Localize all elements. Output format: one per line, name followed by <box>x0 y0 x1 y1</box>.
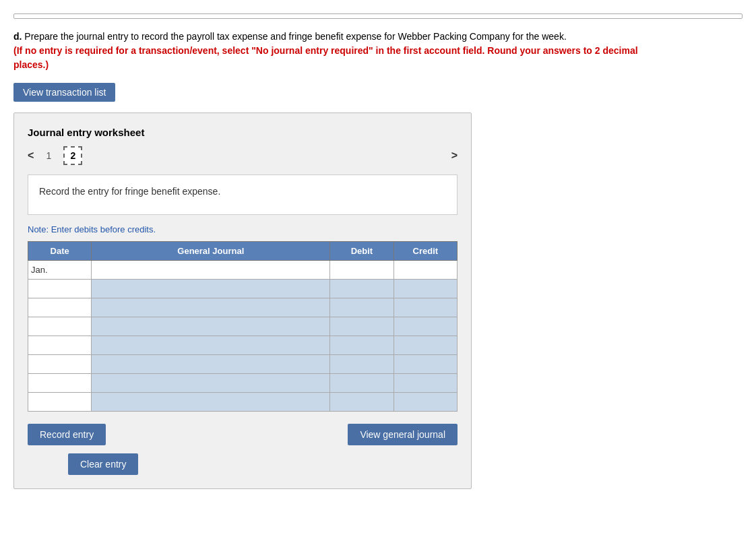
note-text: Note: Enter debits before credits. <box>28 224 458 234</box>
instruction-main-text: Prepare the journal entry to record the … <box>22 31 566 42</box>
debit-input-3[interactable] <box>330 317 393 336</box>
gj-input-5[interactable] <box>92 355 329 373</box>
table-date-cell-6 <box>28 374 92 393</box>
credit-input-2[interactable] <box>394 298 457 317</box>
debit-input-2[interactable] <box>330 298 393 317</box>
table-gj-cell-6[interactable] <box>92 374 330 393</box>
table-date-cell-5 <box>28 355 92 374</box>
table-credit-cell-0[interactable] <box>393 261 457 280</box>
debit-input-6[interactable] <box>330 374 393 392</box>
table-date-cell-2 <box>28 298 92 317</box>
gj-input-4[interactable] <box>92 336 329 354</box>
table-gj-cell-5[interactable] <box>92 355 330 374</box>
instruction-red-text: (If no entry is required for a transacti… <box>13 45 638 70</box>
record-entry-button[interactable]: Record entry <box>28 424 106 445</box>
table-debit-cell-2[interactable] <box>330 298 393 317</box>
table-date-cell-1 <box>28 280 92 298</box>
col-header-date: Date <box>28 242 92 261</box>
table-gj-cell-2[interactable] <box>92 298 330 317</box>
table-gj-cell-4[interactable] <box>92 336 330 355</box>
gj-input-7[interactable] <box>92 393 329 411</box>
gj-input-3[interactable] <box>92 317 329 336</box>
table-gj-cell-1[interactable] <box>92 280 330 298</box>
nav-left-arrow[interactable]: < <box>28 150 34 162</box>
table-debit-cell-5[interactable] <box>330 355 393 374</box>
col-header-debit: Debit <box>330 242 393 261</box>
buttons-top-row: Record entry View general journal <box>28 424 458 445</box>
col-header-general-journal: General Journal <box>92 242 330 261</box>
credit-input-4[interactable] <box>394 336 457 354</box>
table-date-cell-0: Jan. <box>28 261 92 280</box>
journal-table: Date General Journal Debit Credit Jan. <box>28 241 458 412</box>
buttons-bottom-row: Clear entry <box>28 453 458 475</box>
table-debit-cell-7[interactable] <box>330 393 393 412</box>
table-date-cell-7 <box>28 393 92 412</box>
table-credit-cell-3[interactable] <box>393 317 457 336</box>
gj-input-0[interactable] <box>92 261 329 279</box>
action-buttons: Record entry View general journal Clear … <box>28 424 458 475</box>
gj-input-2[interactable] <box>92 298 329 317</box>
entry-description: Record the entry for fringe benefit expe… <box>28 174 458 215</box>
credit-input-0[interactable] <box>394 261 457 279</box>
table-debit-cell-4[interactable] <box>330 336 393 355</box>
top-progress-bar <box>13 13 743 19</box>
table-credit-cell-7[interactable] <box>393 393 457 412</box>
table-credit-cell-4[interactable] <box>393 336 457 355</box>
table-credit-cell-1[interactable] <box>393 280 457 298</box>
debit-input-5[interactable] <box>330 355 393 373</box>
gj-input-6[interactable] <box>92 374 329 392</box>
tab-2[interactable]: 2 <box>63 146 82 165</box>
table-gj-cell-0[interactable] <box>92 261 330 280</box>
table-debit-cell-6[interactable] <box>330 374 393 393</box>
debit-input-7[interactable] <box>330 393 393 411</box>
label-d: d. <box>13 31 22 42</box>
table-debit-cell-1[interactable] <box>330 280 393 298</box>
tab-navigation: < 1 2 > <box>28 146 458 165</box>
table-date-cell-3 <box>28 317 92 336</box>
credit-input-1[interactable] <box>394 280 457 298</box>
view-transaction-list-button[interactable]: View transaction list <box>13 83 115 102</box>
nav-right-arrow[interactable]: > <box>451 150 458 162</box>
tab-1[interactable]: 1 <box>39 146 58 165</box>
table-credit-cell-5[interactable] <box>393 355 457 374</box>
debit-input-0[interactable] <box>330 261 393 279</box>
debit-input-4[interactable] <box>330 336 393 354</box>
table-date-cell-4 <box>28 336 92 355</box>
gj-input-1[interactable] <box>92 280 329 298</box>
credit-input-5[interactable] <box>394 355 457 373</box>
worksheet-title: Journal entry worksheet <box>28 127 458 138</box>
table-gj-cell-7[interactable] <box>92 393 330 412</box>
view-general-journal-button[interactable]: View general journal <box>348 424 458 445</box>
journal-entry-worksheet: Journal entry worksheet < 1 2 > Record t… <box>13 113 472 489</box>
table-debit-cell-0[interactable] <box>330 261 393 280</box>
credit-input-3[interactable] <box>394 317 457 336</box>
table-credit-cell-6[interactable] <box>393 374 457 393</box>
col-header-credit: Credit <box>393 242 457 261</box>
clear-entry-button[interactable]: Clear entry <box>68 453 138 475</box>
credit-input-7[interactable] <box>394 393 457 411</box>
table-credit-cell-2[interactable] <box>393 298 457 317</box>
debit-input-1[interactable] <box>330 280 393 298</box>
instructions-block: d. Prepare the journal entry to record t… <box>13 30 660 72</box>
credit-input-6[interactable] <box>394 374 457 392</box>
table-gj-cell-3[interactable] <box>92 317 330 336</box>
table-debit-cell-3[interactable] <box>330 317 393 336</box>
